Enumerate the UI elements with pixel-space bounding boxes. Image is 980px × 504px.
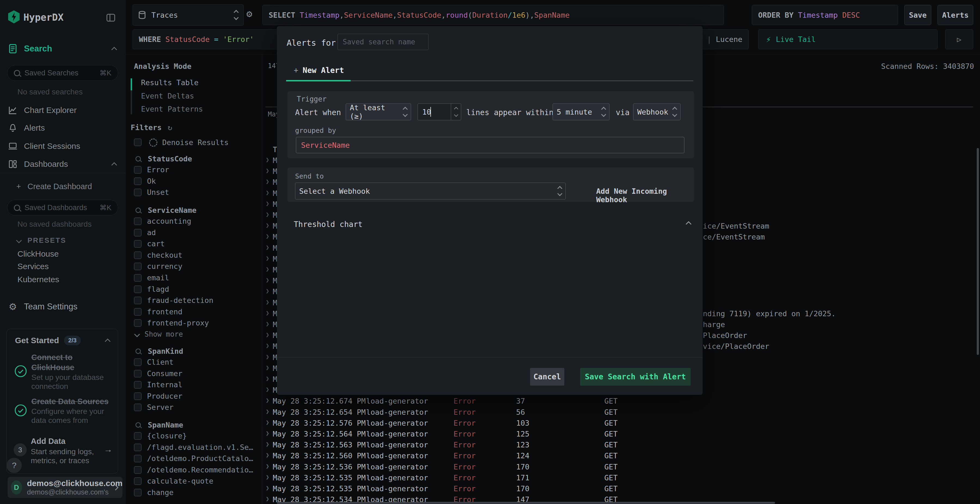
filter-checkbox[interactable] xyxy=(134,370,142,377)
row-expand-chevron-icon[interactable]: ❯ xyxy=(266,288,269,294)
filter-checkbox[interactable] xyxy=(134,319,142,327)
show-more-button[interactable]: Show more xyxy=(135,330,183,338)
row-expand-chevron-icon[interactable]: ❯ xyxy=(266,430,269,437)
row-expand-chevron-icon[interactable]: ❯ xyxy=(266,484,269,491)
table-row[interactable]: ❯May 28 3:25:12.576 PMload-generatorErro… xyxy=(262,417,980,428)
saved-dashboards-input[interactable]: Saved Dashboards ⌘K xyxy=(7,200,118,216)
row-expand-chevron-icon[interactable]: ❯ xyxy=(266,353,269,360)
source-select[interactable]: Traces xyxy=(132,4,243,25)
row-expand-chevron-icon[interactable]: ❯ xyxy=(266,320,269,327)
filter-checkbox[interactable] xyxy=(134,444,142,451)
row-expand-chevron-icon[interactable]: ❯ xyxy=(266,156,269,163)
filter-checkbox[interactable] xyxy=(134,262,142,270)
filter-checkbox[interactable] xyxy=(134,393,142,400)
row-expand-chevron-icon[interactable]: ❯ xyxy=(266,277,269,283)
tab-event-patterns[interactable]: Event Patterns xyxy=(141,105,203,113)
filter-checkbox[interactable] xyxy=(134,466,142,474)
row-expand-chevron-icon[interactable]: ❯ xyxy=(266,244,269,251)
saved-searches-input[interactable]: Saved Searches ⌘K xyxy=(7,65,118,81)
filter-item-client[interactable]: Client xyxy=(125,357,261,368)
condition-select[interactable]: At least (≥) xyxy=(346,103,411,120)
filter-item-accounting[interactable]: accounting xyxy=(125,216,261,227)
row-expand-chevron-icon[interactable]: ❯ xyxy=(266,331,269,338)
row-expand-chevron-icon[interactable]: ❯ xyxy=(266,222,269,229)
row-expand-chevron-icon[interactable]: ❯ xyxy=(266,167,269,174)
row-expand-chevron-icon[interactable]: ❯ xyxy=(266,211,269,218)
sidebar-item-client-sessions[interactable]: Client Sessions xyxy=(0,140,125,153)
row-expand-chevron-icon[interactable]: ❯ xyxy=(266,419,269,426)
filter-item-currency[interactable]: currency xyxy=(125,262,261,272)
collapse-chevron-icon[interactable] xyxy=(686,221,692,227)
sidebar-item-search[interactable]: Search xyxy=(0,42,125,55)
tab-event-deltas[interactable]: Event Deltas xyxy=(141,92,194,100)
group-by-input[interactable]: ServiceName xyxy=(296,137,684,153)
number-spinner[interactable] xyxy=(451,104,461,120)
row-expand-chevron-icon[interactable]: ❯ xyxy=(266,408,269,415)
filter-checkbox[interactable] xyxy=(134,455,142,463)
filter-item--flagd-evaluation-v1-se-[interactable]: /flagd.evaluation.v1.Se… xyxy=(125,442,261,453)
filter-checkbox[interactable] xyxy=(134,381,142,389)
channel-select[interactable]: Webhook xyxy=(633,103,681,120)
filter-checkbox[interactable] xyxy=(134,489,142,496)
row-expand-chevron-icon[interactable]: ❯ xyxy=(266,386,269,393)
row-expand-chevron-icon[interactable]: ❯ xyxy=(266,309,269,316)
table-row[interactable]: ❯May 28 3:25:12.563 PMload-generatorErro… xyxy=(262,439,980,450)
row-expand-chevron-icon[interactable]: ❯ xyxy=(266,200,269,207)
filter-checkbox[interactable] xyxy=(134,308,142,316)
create-dashboard-button[interactable]: + Create Dashboard xyxy=(0,180,125,193)
row-expand-chevron-icon[interactable]: ❯ xyxy=(266,342,269,349)
cancel-button[interactable]: Cancel xyxy=(530,368,564,386)
filter-item-frontend-proxy[interactable]: frontend-proxy xyxy=(125,318,261,329)
filter-checkbox[interactable] xyxy=(134,189,142,196)
filter-item-fraud-detection[interactable]: fraud-detection xyxy=(125,296,261,307)
play-button[interactable]: ▷ xyxy=(945,29,973,49)
gear-icon[interactable]: ⚙ xyxy=(247,8,252,19)
sidebar-item-dashboards[interactable]: Dashboards xyxy=(0,157,125,171)
collapse-chevron-icon[interactable] xyxy=(105,339,111,344)
filter-item--closure-[interactable]: {closure} xyxy=(125,431,261,442)
row-expand-chevron-icon[interactable]: ❯ xyxy=(266,375,269,382)
filter-checkbox[interactable] xyxy=(134,274,142,281)
presets-header[interactable]: PRESETS xyxy=(17,236,66,245)
filter-item-error[interactable]: Error xyxy=(125,165,261,176)
table-row[interactable]: ❯May 28 3:25:12.560 PMload-generatorErro… xyxy=(262,450,980,461)
user-menu[interactable]: D demos@clickhouse.com demos@clickhouse.… xyxy=(8,477,123,498)
filter-item-ad[interactable]: ad xyxy=(125,228,261,238)
alerts-button[interactable]: Alerts xyxy=(937,5,973,25)
help-button[interactable]: ? xyxy=(6,458,22,473)
save-search-with-alert-button[interactable]: Save Search with Alert xyxy=(580,368,690,386)
table-row[interactable]: ❯May 28 3:25:12.654 PMload-generatorErro… xyxy=(262,407,980,417)
filter-checkbox[interactable] xyxy=(134,404,142,411)
filter-checkbox[interactable] xyxy=(134,285,142,293)
filter-item-cart[interactable]: cart xyxy=(125,239,261,250)
filter-item-consumer[interactable]: Consumer xyxy=(125,369,261,380)
filter-item--oteldemo-productcatalo-[interactable]: /oteldemo.ProductCatalo… xyxy=(125,454,261,464)
row-expand-chevron-icon[interactable]: ❯ xyxy=(266,255,269,262)
filter-checkbox[interactable] xyxy=(134,240,142,248)
tab-new-alert[interactable]: +New Alert xyxy=(294,66,344,75)
row-expand-chevron-icon[interactable]: ❯ xyxy=(266,452,269,458)
sidebar-item-alerts[interactable]: Alerts xyxy=(0,121,125,134)
row-expand-chevron-icon[interactable]: ❯ xyxy=(266,266,269,272)
filter-item-producer[interactable]: Producer xyxy=(125,391,261,402)
table-row[interactable]: ❯May 28 3:25:12.535 PMload-generatorErro… xyxy=(262,472,980,483)
sidebar-item-chart-explorer[interactable]: Chart Explorer xyxy=(0,104,125,117)
filter-item-checkout[interactable]: checkout xyxy=(125,250,261,261)
sidebar-item-team-settings[interactable]: ⚙ Team Settings xyxy=(0,300,125,313)
filter-checkbox[interactable] xyxy=(134,218,142,225)
horizontal-scrollbar[interactable] xyxy=(277,502,775,504)
table-row[interactable]: ❯May 28 3:25:12.535 PMload-generatorErro… xyxy=(262,483,980,494)
row-expand-chevron-icon[interactable]: ❯ xyxy=(266,463,269,469)
table-row[interactable]: ❯May 28 3:25:12.674 PMload-generatorErro… xyxy=(262,396,980,406)
order-by-input[interactable]: ORDER BY Timestamp DESC xyxy=(752,5,898,25)
filter-item-change[interactable]: change xyxy=(125,488,261,499)
filter-checkbox[interactable] xyxy=(134,432,142,440)
row-expand-chevron-icon[interactable]: ❯ xyxy=(266,178,269,185)
denoise-checkbox[interactable] xyxy=(134,138,142,146)
filter-item--oteldemo-recommendatio-[interactable]: /oteldemo.Recommendatio… xyxy=(125,465,261,476)
row-expand-chevron-icon[interactable]: ❯ xyxy=(266,189,269,196)
panel-toggle-icon[interactable] xyxy=(106,13,116,23)
row-expand-chevron-icon[interactable]: ❯ xyxy=(266,440,269,447)
filter-item-flagd[interactable]: flagd xyxy=(125,285,261,295)
filter-checkbox[interactable] xyxy=(134,477,142,485)
